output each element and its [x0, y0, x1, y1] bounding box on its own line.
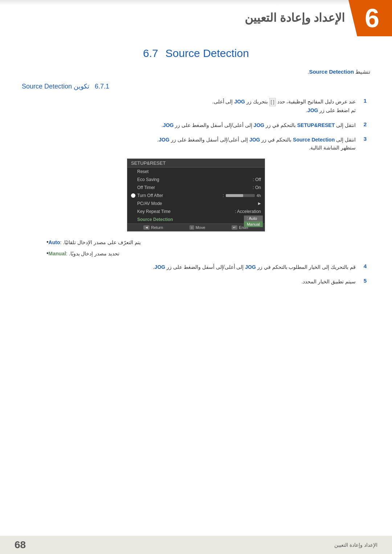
jog-ref-7: JOG	[245, 264, 256, 270]
return-label: Return	[151, 225, 163, 230]
menu-box: SETUP&RESET Reset Eco Saving : Off Off T…	[127, 159, 265, 231]
move-label: Move	[196, 225, 205, 230]
option-manual: Manual	[244, 221, 263, 227]
menu-item-key-repeat: Key Repeat Time : Acceleration	[127, 208, 265, 216]
menu-header: SETUP&RESET	[127, 159, 265, 168]
bar-fill	[226, 194, 243, 197]
menu-item-reset: Reset	[127, 168, 265, 176]
menu-screenshot: SETUP&RESET Reset Eco Saving : Off Off T…	[22, 159, 370, 231]
activation-keyword: Source Detection	[309, 69, 354, 75]
bar-container: : 4h	[222, 193, 261, 198]
colon: :	[222, 193, 224, 198]
arrow-right-icon: ▶	[258, 201, 261, 205]
section-title: 6.7 Source Detection	[22, 47, 370, 59]
option-auto: : Auto	[244, 216, 263, 221]
step-4: 4 قم بالتحريك إلى الخيار المطلوب بالتحكم…	[22, 263, 370, 271]
bullet-section: يتم التعرّف على مصدر الإدخال تلقائيًا. :…	[44, 239, 348, 258]
jog-ref-8: JOG	[155, 264, 166, 270]
sub-section-heading: تكوين Source Detection	[22, 82, 89, 90]
page-header: الإعداد وإعادة التعيين 6	[0, 0, 392, 40]
move-icon: ↕	[189, 225, 194, 230]
step-1-text: عند عرض دليل المفاتيح الوظيفية، حدد [ ] …	[22, 98, 356, 115]
menu-label-turn-off: Turn Off After	[137, 193, 222, 198]
step-1-number: 1	[356, 98, 367, 104]
footer-return: ◄ Return	[143, 225, 163, 230]
footer-page-number: 68	[15, 539, 26, 551]
jog-ref-3: JOG	[254, 122, 265, 128]
step-3-text: انتقل إلى Source Detection بالتحكم في زر…	[22, 136, 356, 152]
step-5-number: 5	[356, 278, 367, 284]
step-2-text: انتقل إلى SETUP&RESET بالتحكم في زر JOG …	[22, 121, 356, 129]
bullet-manual-text: تحديد مصدر إدخال يدويًا. :Manual	[49, 250, 120, 258]
setup-reset-ref: SETUP&RESET	[297, 122, 335, 128]
section-number: 6.7	[143, 47, 158, 59]
footer-title: الإعداد وإعادة التعيين	[334, 542, 377, 548]
step-5-text: سيتم تطبيق الخيار المحدد.	[22, 278, 356, 286]
step-5: 5 سيتم تطبيق الخيار المحدد.	[22, 278, 370, 286]
jog-ref: JOG	[234, 99, 245, 104]
step-4-number: 4	[356, 263, 367, 269]
step-1: 1 عند عرض دليل المفاتيح الوظيفية، حدد [ …	[22, 98, 370, 115]
bar-value: 4h	[257, 193, 261, 198]
source-det-ref: Source Detection	[293, 137, 335, 143]
menu-value-key-repeat: : Acceleration	[235, 209, 261, 214]
dot-active	[131, 193, 135, 198]
sub-section-number: 6.7.1	[95, 83, 109, 90]
activation-text: تنشيط Source Detection.	[22, 69, 370, 75]
menu-label-reset: Reset	[137, 169, 261, 174]
return-icon: ◄	[143, 225, 150, 230]
jog-ref-2: JOG	[307, 107, 318, 113]
menu-item-source-detection: Source Detection : Auto Manual	[127, 216, 265, 223]
jog-ref-4: JOG	[163, 122, 174, 128]
chapter-number-box: 6	[348, 0, 392, 36]
enter-icon: ↵	[232, 225, 237, 230]
menu-label-key-repeat: Key Repeat Time	[137, 209, 235, 214]
menu-value-eco: : Off	[253, 177, 261, 182]
menu-label-off-timer: Off Timer	[137, 185, 253, 190]
icon-bracket: [ ]	[269, 98, 276, 106]
jog-ref-6: JOG	[159, 137, 170, 143]
menu-label-source-detection: Source Detection	[137, 217, 261, 222]
keyword-manual: Manual	[49, 250, 66, 258]
sub-section-keyword: Source Detection	[22, 83, 72, 90]
menu-item-turn-off: Turn Off After : 4h	[127, 192, 265, 200]
footer-move: ↕ Move	[189, 225, 205, 230]
header-stripe	[0, 0, 392, 5]
step-4-text: قم بالتحريك إلى الخيار المطلوب بالتحكم ف…	[22, 263, 356, 271]
source-options: : Auto Manual	[244, 216, 263, 227]
jog-ref-5: JOG	[249, 137, 260, 143]
step-3: 3 انتقل إلى Source Detection بالتحكم في …	[22, 136, 370, 152]
step-2: 2 انتقل إلى SETUP&RESET بالتحكم في زر JO…	[22, 121, 370, 129]
bullet-auto: يتم التعرّف على مصدر الإدخال تلقائيًا. :…	[44, 239, 348, 246]
bullet-auto-text: يتم التعرّف على مصدر الإدخال تلقائيًا. :…	[49, 239, 141, 246]
step-3-number: 3	[356, 136, 367, 142]
page-footer: الإعداد وإعادة التعيين 68	[0, 536, 392, 554]
bullet-dot-manual: •	[46, 250, 49, 257]
keyword-auto: Auto	[49, 239, 60, 246]
menu-label-eco: Eco Saving	[137, 177, 253, 182]
menu-label-pcav: PC/AV Mode	[137, 201, 258, 206]
main-content: 6.7 Source Detection تنشيط Source Detect…	[0, 40, 392, 321]
section-heading: Source Detection	[166, 47, 249, 59]
menu-item-off-timer: Off Timer : On	[127, 184, 265, 192]
menu-item-pcav: PC/AV Mode ▶	[127, 200, 265, 208]
menu-item-eco-saving: Eco Saving : Off	[127, 176, 265, 184]
bar-track	[226, 194, 255, 197]
chapter-title: الإعداد وإعادة التعيين	[245, 11, 345, 25]
bullet-dot-auto: •	[46, 239, 49, 245]
chapter-number: 6	[365, 3, 379, 33]
bullet-manual: تحديد مصدر إدخال يدويًا. :Manual •	[44, 250, 348, 258]
sub-section-title: 6.7.1 تكوين Source Detection	[22, 82, 370, 90]
step-2-number: 2	[356, 121, 367, 127]
menu-value-off-timer: : On	[253, 185, 261, 190]
